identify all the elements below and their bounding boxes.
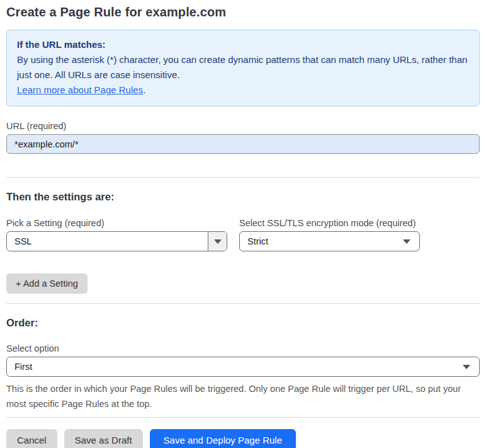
setting-picker-column: Pick a Setting (required) SSL <box>6 203 227 251</box>
mode-picker-column: Select SSL/TLS encryption mode (required… <box>239 203 420 251</box>
cancel-button[interactable]: Cancel <box>6 429 57 448</box>
order-select-label: Select option <box>6 343 480 353</box>
order-select[interactable]: First <box>6 357 480 377</box>
url-input[interactable] <box>6 134 480 154</box>
url-matches-info-box: If the URL matches: By using the asteris… <box>6 30 480 106</box>
url-field-label: URL (required) <box>6 121 480 131</box>
chevron-down-icon <box>208 232 227 251</box>
page-title: Create a Page Rule for example.com <box>6 5 480 20</box>
save-as-draft-button[interactable]: Save as Draft <box>64 429 143 448</box>
chevron-down-icon <box>403 239 410 244</box>
order-select-value: First <box>7 362 463 372</box>
info-box-link-line: Learn more about Page Rules. <box>17 83 469 98</box>
learn-more-link[interactable]: Learn more about Page Rules <box>17 84 143 95</box>
info-box-body: By using the asterisk (*) character, you… <box>17 52 469 83</box>
divider <box>6 417 480 418</box>
mode-picker-value: Strict <box>240 236 403 246</box>
link-suffix: . <box>143 84 145 95</box>
divider <box>6 177 480 178</box>
add-setting-button[interactable]: + Add a Setting <box>6 273 88 294</box>
settings-section-heading: Then the settings are: <box>6 191 480 203</box>
divider <box>6 303 480 304</box>
settings-row: Pick a Setting (required) SSL Select SSL… <box>6 203 480 251</box>
setting-picker-value: SSL <box>7 236 208 246</box>
mode-picker-label: Select SSL/TLS encryption mode (required… <box>239 218 420 228</box>
setting-picker-label: Pick a Setting (required) <box>6 218 227 228</box>
footer-actions: Cancel Save as Draft Save and Deploy Pag… <box>6 429 480 448</box>
info-box-heading: If the URL matches: <box>17 37 469 52</box>
mode-picker-select[interactable]: Strict <box>239 231 420 251</box>
create-page-rule-form: Create a Page Rule for example.com If th… <box>0 0 486 448</box>
setting-picker-select[interactable]: SSL <box>6 231 227 251</box>
save-and-deploy-button[interactable]: Save and Deploy Page Rule <box>150 429 296 448</box>
order-section-heading: Order: <box>6 317 480 329</box>
order-help-text: This is the order in which your Page Rul… <box>6 381 480 411</box>
chevron-down-icon <box>463 365 470 369</box>
